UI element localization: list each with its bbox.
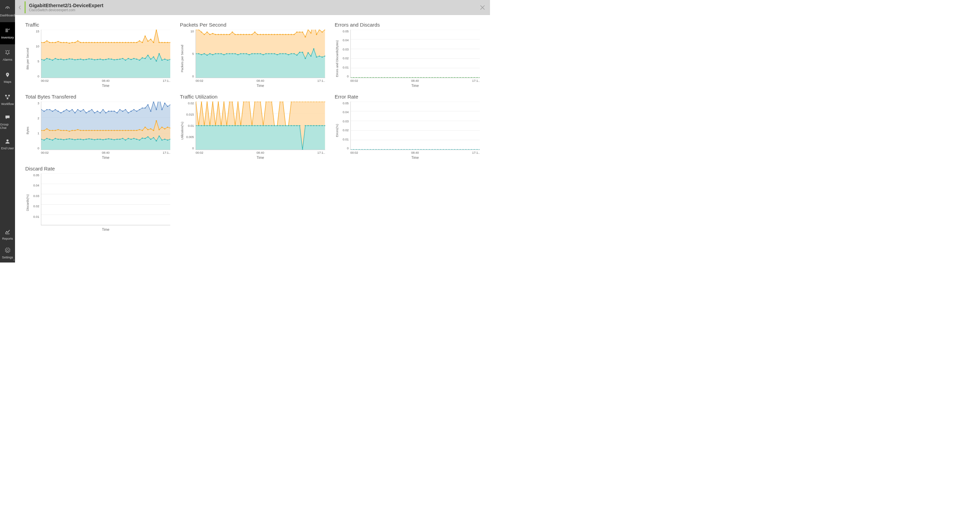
svg-point-373 — [105, 139, 107, 140]
svg-point-394 — [164, 139, 165, 140]
svg-point-206 — [353, 77, 354, 78]
svg-point-395 — [167, 140, 168, 140]
sidebar-item-maps[interactable]: Maps — [0, 67, 15, 89]
svg-point-126 — [254, 32, 256, 32]
svg-point-162 — [223, 54, 225, 55]
sidebar-item-dashboard[interactable]: Dashboard — [0, 0, 15, 22]
svg-point-323 — [97, 130, 98, 131]
svg-point-294 — [147, 104, 149, 105]
svg-point-287 — [127, 112, 129, 113]
plot-area[interactable] — [41, 30, 170, 78]
svg-point-374 — [108, 138, 109, 139]
svg-point-535 — [442, 149, 444, 150]
plot-area[interactable] — [196, 30, 325, 78]
svg-point-484 — [293, 125, 295, 126]
svg-point-332 — [122, 130, 123, 131]
svg-point-526 — [417, 149, 419, 150]
svg-point-507 — [364, 149, 366, 150]
svg-point-181 — [277, 54, 278, 55]
svg-point-173 — [254, 53, 256, 54]
svg-point-307 — [52, 130, 53, 131]
svg-point-172 — [251, 53, 253, 54]
sidebar-item-workflow[interactable]: Workflow — [0, 89, 15, 111]
sidebar-item-label: Settings — [2, 256, 13, 259]
svg-point-408 — [212, 102, 213, 102]
svg-point-16 — [63, 42, 65, 43]
sidebar-item-settings[interactable]: Settings — [0, 244, 15, 262]
svg-point-348 — [167, 127, 168, 128]
svg-point-387 — [144, 138, 146, 139]
y-axis-label: Errors(%) — [335, 102, 339, 160]
svg-point-390 — [153, 137, 154, 138]
svg-point-35 — [116, 42, 118, 43]
svg-rect-0 — [5, 95, 7, 96]
svg-point-326 — [105, 130, 107, 131]
svg-point-94 — [150, 59, 151, 60]
close-button[interactable] — [475, 0, 490, 15]
svg-point-217 — [383, 77, 385, 78]
svg-point-451 — [201, 125, 202, 126]
svg-point-352 — [46, 138, 48, 139]
svg-point-32 — [108, 42, 109, 43]
sidebar-item-groupchat[interactable]: Group Chat — [0, 111, 15, 133]
svg-point-222 — [398, 77, 399, 78]
plot-area[interactable] — [350, 102, 480, 150]
svg-point-480 — [282, 125, 283, 126]
chart-title: Errors and Discards — [335, 22, 480, 28]
y-ticks: 0.050.040.030.020.01 — [30, 173, 41, 225]
svg-point-366 — [86, 139, 87, 140]
svg-point-185 — [288, 54, 290, 55]
svg-point-521 — [403, 149, 405, 150]
sidebar-item-enduser[interactable]: End User — [0, 133, 15, 155]
svg-point-60 — [55, 58, 56, 59]
svg-point-474 — [266, 125, 267, 126]
plot-area[interactable] — [41, 173, 170, 225]
svg-point-136 — [282, 34, 283, 35]
chart-title: Packets Per Second — [180, 22, 325, 28]
svg-point-402 — [196, 102, 197, 102]
svg-point-358 — [63, 139, 65, 140]
svg-point-70 — [83, 59, 84, 60]
svg-point-505 — [358, 149, 360, 150]
svg-point-282 — [114, 111, 115, 112]
svg-point-539 — [454, 149, 455, 150]
svg-point-33 — [111, 42, 112, 43]
svg-point-304 — [43, 130, 45, 131]
svg-point-90 — [139, 60, 140, 61]
svg-point-286 — [125, 109, 126, 110]
svg-point-328 — [111, 130, 112, 131]
svg-point-108 — [204, 34, 205, 35]
svg-point-528 — [423, 149, 424, 150]
svg-point-475 — [268, 125, 270, 126]
svg-point-89 — [136, 59, 137, 60]
svg-point-503 — [353, 149, 354, 150]
sidebar-item-reports[interactable]: Reports — [0, 225, 15, 244]
svg-point-156 — [207, 54, 208, 56]
svg-point-117 — [229, 34, 230, 35]
chart-card: Discard RateDiscards(%)0.050.040.030.020… — [25, 166, 170, 232]
svg-point-417 — [237, 102, 239, 102]
plot-area[interactable] — [41, 102, 170, 150]
svg-point-175 — [260, 53, 261, 54]
plot-area[interactable] — [350, 30, 480, 78]
svg-point-184 — [285, 53, 286, 54]
svg-point-280 — [108, 111, 109, 112]
svg-point-406 — [207, 102, 208, 102]
svg-point-288 — [130, 111, 132, 112]
svg-point-279 — [105, 112, 107, 113]
sidebar-item-alarms[interactable]: Alarms — [0, 44, 15, 67]
svg-point-223 — [401, 77, 402, 78]
svg-point-381 — [127, 138, 129, 139]
sidebar-item-inventory[interactable]: Inventory — [0, 22, 15, 44]
svg-point-71 — [86, 59, 87, 60]
back-button[interactable] — [15, 0, 25, 15]
plot-area[interactable] — [196, 102, 325, 150]
svg-point-360 — [68, 138, 70, 139]
chart-card: Error RateErrors(%)0.050.040.030.020.010… — [335, 94, 480, 160]
sidebar-bottom: Reports Settings — [0, 225, 15, 262]
svg-point-547 — [476, 149, 478, 150]
svg-point-15 — [60, 42, 62, 43]
svg-point-109 — [207, 32, 208, 32]
svg-point-46 — [147, 41, 149, 41]
svg-point-355 — [55, 138, 56, 139]
